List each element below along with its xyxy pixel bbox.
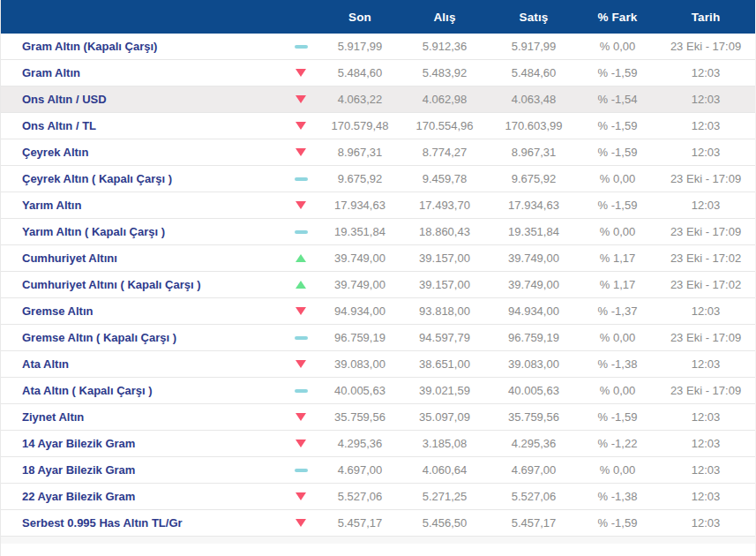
trend-down-icon [296,201,306,209]
trend-cell [282,360,319,368]
satis-value: 4.295,36 [489,437,579,450]
satis-value: 40.005,63 [489,384,579,397]
alis-value: 5.483,92 [400,66,489,79]
satis-value: 170.603,99 [489,119,579,132]
table-row[interactable]: Cumhuriyet Altını 39.749,00 39.157,00 39… [1,245,755,272]
son-value: 19.351,84 [319,225,400,238]
trend-down-icon [296,95,306,103]
table-row[interactable]: Ons Altın / USD 4.063,22 4.062,98 4.063,… [1,86,755,113]
satis-value: 8.967,31 [489,146,579,159]
trend-cell [282,440,319,447]
son-value: 39.083,00 [319,357,400,371]
fark-value: % 0,00 [579,225,656,238]
alis-value: 94.597,79 [400,331,489,344]
trend-cell [282,254,319,262]
instrument-label: Serbest 0.995 Has Altın TL/Gr [1,516,282,530]
table-row[interactable]: Çeyrek Altın ( Kapalı Çarşı ) 9.675,92 9… [1,166,755,192]
fark-value: % -1,59 [579,410,656,424]
table-row[interactable]: Gram Altın 5.484,60 5.483,92 5.484,60 % … [1,60,755,86]
trend-flat-icon [295,469,308,472]
tarih-value: 12:03 [656,490,755,503]
trend-cell [282,469,319,472]
alis-value: 17.493,70 [400,199,489,212]
trend-up-icon [296,281,306,289]
table-row[interactable]: 22 Ayar Bilezik Gram 5.527,06 5.271,25 5… [1,484,755,510]
tarih-value: 23 Eki - 17:09 [656,40,755,53]
instrument-label: Cumhuriyet Altını ( Kapalı Çarşı ) [1,278,282,291]
table-row[interactable]: Serbest 0.995 Has Altın TL/Gr 5.457,17 5… [1,510,755,537]
instrument-label: Çeyrek Altın [1,146,282,159]
alis-value: 93.818,00 [400,304,489,318]
table-row[interactable]: Ons Altın / TL 170.579,48 170.554,96 170… [1,113,755,139]
tarih-value: 23 Eki - 17:02 [656,252,755,265]
son-value: 4.295,36 [319,437,400,450]
trend-cell [282,336,319,340]
trend-cell [282,45,319,49]
header-fark: % Fark [579,11,656,24]
table-row[interactable]: Cumhuriyet Altını ( Kapalı Çarşı ) 39.74… [1,272,755,298]
tarih-value: 23 Eki - 17:09 [656,384,755,397]
tarih-value: 12:03 [656,437,755,450]
son-value: 39.749,00 [319,252,400,265]
table-row[interactable]: Gram Altın (Kapalı Çarşı) 5.917,99 5.912… [1,34,755,60]
instrument-label: Ata Altın [1,357,282,371]
satis-value: 5.527,06 [489,490,579,503]
alis-value: 4.060,64 [400,463,489,477]
trend-flat-icon [295,336,308,340]
tarih-value: 12:03 [656,66,755,79]
trend-cell [282,230,319,234]
fark-value: % -1,54 [579,93,656,106]
alis-value: 5.456,50 [400,516,489,530]
table-row[interactable]: Gremse Altın ( Kapalı Çarşı ) 96.759,19 … [1,325,755,351]
table-row[interactable]: Ata Altın 39.083,00 38.651,00 39.083,00 … [1,351,755,378]
trend-cell [282,519,319,527]
trend-cell [282,201,319,209]
table-row[interactable]: Yarım Altın ( Kapalı Çarşı ) 19.351,84 1… [1,219,755,245]
son-value: 94.934,00 [319,304,400,318]
tarih-value: 12:03 [656,357,755,371]
son-value: 17.934,63 [319,199,400,212]
son-value: 39.749,00 [319,278,400,291]
fark-value: % -1,59 [579,66,656,79]
trend-cell [282,122,319,130]
fark-value: % 0,00 [579,384,656,397]
trend-down-icon [296,69,306,77]
trend-cell [282,389,319,393]
satis-value: 39.083,00 [489,357,579,371]
satis-value: 4.063,48 [489,93,579,106]
instrument-label: Yarım Altın ( Kapalı Çarşı ) [1,225,282,238]
table-row[interactable]: Ata Altın ( Kapalı Çarşı ) 40.005,63 39.… [1,378,755,404]
instrument-label: Gram Altın (Kapalı Çarşı) [1,40,282,53]
alis-value: 8.774,27 [400,146,489,159]
table-row[interactable]: 18 Ayar Bilezik Gram 4.697,00 4.060,64 4… [1,457,755,484]
alis-value: 39.021,59 [400,384,489,397]
trend-flat-icon [295,230,308,234]
instrument-label: Ons Altın / TL [1,119,282,132]
trend-down-icon [296,440,306,447]
trend-down-icon [296,307,306,315]
alis-value: 39.157,00 [400,278,489,291]
tarih-value: 23 Eki - 17:09 [656,331,755,344]
instrument-label: 14 Ayar Bilezik Gram [1,437,282,450]
trend-cell [282,413,319,421]
instrument-label: Çeyrek Altın ( Kapalı Çarşı ) [1,172,282,185]
alis-value: 5.912,36 [400,40,489,53]
header-son: Son [319,11,400,24]
instrument-label: Ziynet Altın [1,410,282,424]
trend-down-icon [296,122,306,130]
table-row[interactable]: Gremse Altın 94.934,00 93.818,00 94.934,… [1,298,755,325]
alis-value: 39.157,00 [400,252,489,265]
instrument-label: 22 Ayar Bilezik Gram [1,490,282,503]
son-value: 5.457,17 [319,516,400,530]
table-row[interactable]: 14 Ayar Bilezik Gram 4.295,36 3.185,08 4… [1,431,755,457]
trend-flat-icon [295,177,308,181]
instrument-label: Gremse Altın ( Kapalı Çarşı ) [1,331,282,344]
fark-value: % 0,00 [579,40,656,53]
table-row[interactable]: Yarım Altın 17.934,63 17.493,70 17.934,6… [1,192,755,219]
instrument-label: Yarım Altın [1,199,282,212]
fark-value: % 0,00 [579,172,656,185]
son-value: 4.063,22 [319,93,400,106]
table-row[interactable]: Çeyrek Altın 8.967,31 8.774,27 8.967,31 … [1,139,755,166]
table-row[interactable]: Ziynet Altın 35.759,56 35.097,09 35.759,… [1,404,755,431]
alis-value: 170.554,96 [400,119,489,132]
